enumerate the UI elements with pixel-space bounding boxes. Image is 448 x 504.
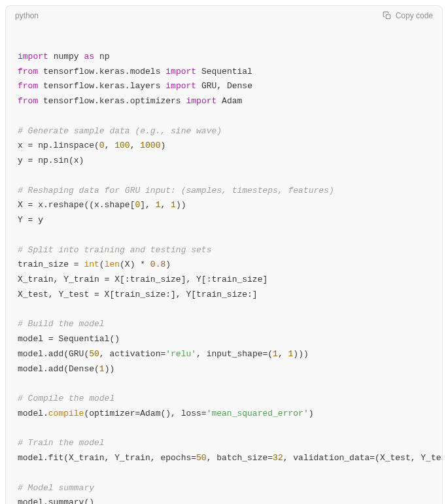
num: 1000 [140, 141, 160, 150]
num: 50 [196, 453, 207, 463]
tok: ) [309, 409, 314, 418]
tok: ) [160, 141, 165, 150]
comment: # Train the model [18, 438, 105, 448]
tok: X_test, Y_test = X[train_size:], Y[train… [18, 290, 258, 299]
tok: x = np.linspace( [18, 141, 99, 150]
comment: # Split into training and testing sets [18, 245, 211, 255]
tok: Dense [227, 81, 252, 91]
num: 1 [171, 200, 176, 210]
tok: , [216, 81, 227, 91]
tok: (optimizer=Adam(), loss= [84, 409, 206, 418]
comment: # Generate sample data (e.g., sine wave) [18, 126, 222, 136]
num: 100 [114, 141, 129, 150]
tok: (X) * [120, 260, 150, 269]
tok: tensorflow.keras.models [43, 67, 160, 76]
tok: X = x.reshape((x.shape[ [18, 200, 135, 210]
tok: GRU [201, 81, 216, 91]
tok: model. [18, 409, 48, 418]
builtin: compile [48, 409, 84, 418]
kw-import: import [165, 67, 196, 76]
comment: # Model summary [18, 483, 94, 493]
tok: , batch_size= [207, 453, 273, 463]
language-label: python [15, 11, 39, 20]
code-header: python Copy code [6, 6, 442, 25]
tok: , [160, 200, 171, 210]
copy-label: Copy code [396, 11, 433, 20]
tok: , validation_data=(X_test, Y_test)) [283, 453, 442, 463]
tok: ], [140, 200, 155, 210]
num: 50 [89, 349, 99, 359]
comment: # Compile the model [18, 394, 114, 403]
tok: tensorflow.keras.optimizers [43, 96, 181, 106]
comment: # Build the model [18, 319, 105, 329]
num: 1 [273, 349, 278, 359]
tok: ) [165, 260, 171, 269]
tok: Adam [222, 96, 242, 106]
tok: , activation= [99, 349, 165, 359]
kw-import: import [186, 96, 216, 106]
str: 'mean_squared_error' [207, 409, 309, 418]
tok: tensorflow.keras.layers [43, 81, 160, 91]
svg-rect-0 [386, 14, 390, 18]
kw-from: from [18, 96, 38, 106]
code-body: import numpy as np from tensorflow.keras… [6, 25, 442, 504]
tok: Y = y [18, 215, 43, 225]
tok: model.add(GRU( [18, 349, 89, 359]
num: 0 [99, 141, 105, 150]
tok: model.add(Dense( [18, 364, 99, 374]
kw-as: as [84, 52, 94, 61]
builtin: int [84, 260, 99, 269]
num: 1 [99, 364, 105, 374]
tok: ))) [293, 349, 308, 359]
tok: ( [99, 260, 105, 269]
tok: , input_shape=( [196, 349, 273, 359]
tok: )) [105, 364, 115, 374]
kw-from: from [18, 81, 38, 91]
kw-from: from [18, 67, 38, 76]
tok: , [278, 349, 288, 359]
tok: X_train, Y_train = X[:train_size], Y[:tr… [18, 275, 267, 284]
tok: y = np.sin(x) [18, 156, 84, 165]
str: 'relu' [165, 349, 196, 359]
kw-import: import [18, 52, 48, 61]
tok: train_size = [18, 260, 84, 269]
tok: numpy [54, 52, 79, 61]
tok: np [99, 52, 110, 61]
tok: model = Sequential() [18, 334, 120, 344]
tok: )) [176, 200, 186, 210]
code-block: python Copy code import numpy as np from… [5, 5, 443, 504]
tok: model.summary() [18, 497, 94, 504]
builtin: len [105, 260, 120, 269]
kw-import: import [165, 81, 196, 91]
tok: model.fit(X_train, Y_train, epochs= [18, 453, 196, 463]
num: 32 [273, 453, 283, 463]
copy-icon [383, 11, 392, 20]
num: 0.8 [150, 260, 165, 269]
copy-code-button[interactable]: Copy code [383, 11, 433, 20]
comment: # Reshaping data for GRU input: (samples… [18, 186, 334, 195]
tok: Sequential [201, 67, 252, 76]
